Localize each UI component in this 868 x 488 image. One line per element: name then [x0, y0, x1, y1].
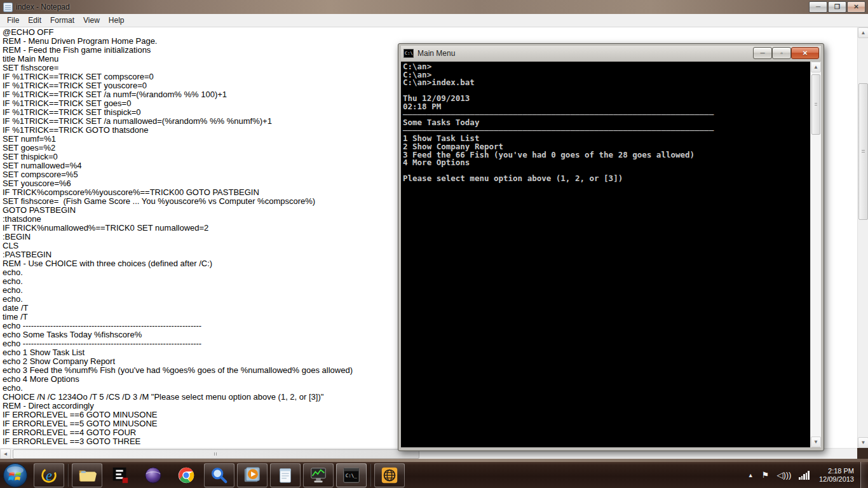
- taskbar-item-resource-monitor[interactable]: [303, 463, 334, 487]
- console-scrollbar[interactable]: ▲ ▼: [810, 62, 821, 447]
- close-button[interactable]: ✕: [847, 1, 865, 13]
- svg-text:C:\_: C:\_: [346, 472, 358, 478]
- cmd-app-icon: C:\: [403, 49, 414, 58]
- console-scroll-up-arrow-icon[interactable]: ▲: [811, 62, 821, 72]
- console-scroll-thumb[interactable]: [811, 74, 820, 135]
- menu-edit[interactable]: Edit: [24, 15, 46, 26]
- scroll-left-arrow-icon[interactable]: ◄: [0, 449, 11, 459]
- taskbar-separator: [67, 464, 69, 487]
- console-output-area[interactable]: C:\an>C:\an>C:\an>index.bat Thu 12/09/20…: [401, 62, 810, 447]
- minimize-button[interactable]: ─: [809, 1, 827, 13]
- text-line: C:\an>index.bat: [403, 79, 810, 87]
- taskbar-item-eclipse[interactable]: [138, 463, 168, 487]
- notepad-app-icon: [3, 3, 13, 12]
- notepad-titlebar[interactable]: index - Notepad ─ ❐ ✕: [0, 0, 868, 14]
- horizontal-scroll-thumb[interactable]: [13, 449, 419, 459]
- text-line: 4 More Options: [403, 159, 810, 167]
- console-titlebar[interactable]: C:\ Main Menu ─ ▫ ✕: [401, 46, 821, 61]
- taskbar-item-command-prompt[interactable]: C:\_: [336, 463, 367, 487]
- taskbar-item-windows-explorer[interactable]: [72, 463, 102, 487]
- text-line: Thu 12/09/2013: [403, 95, 810, 103]
- console-close-button[interactable]: ✕: [791, 47, 819, 59]
- menu-file[interactable]: File: [3, 15, 24, 26]
- text-line: C:\an>: [403, 63, 810, 71]
- scroll-down-arrow-icon[interactable]: ▼: [858, 437, 868, 448]
- taskbar-item-e-black-app[interactable]: [105, 463, 135, 487]
- taskbar-item-globe-app[interactable]: [374, 463, 405, 487]
- taskbar-separator: [370, 464, 371, 487]
- console-scroll-down-arrow-icon[interactable]: ▼: [811, 437, 821, 447]
- svg-text:e: e: [46, 467, 52, 483]
- desktop: index - Notepad ─ ❐ ✕ File Edit Format V…: [0, 0, 868, 488]
- system-tray: ▲ ⚑ ◁))) 2:18 PM 12/09/2013: [743, 462, 868, 488]
- notepad-menubar: File Edit Format View Help: [0, 14, 868, 27]
- action-center-flag-icon[interactable]: ⚑: [762, 470, 770, 480]
- taskbar-item-media-player[interactable]: [237, 463, 268, 487]
- vertical-scroll-thumb[interactable]: [858, 83, 868, 220]
- taskbar-item-internet-explorer[interactable]: e: [34, 463, 64, 487]
- taskbar: e: [0, 462, 868, 488]
- menu-help[interactable]: Help: [104, 15, 129, 26]
- tray-hidden-icons-arrow-icon[interactable]: ▲: [743, 472, 758, 478]
- restore-button[interactable]: ❐: [828, 1, 846, 13]
- volume-speaker-icon[interactable]: ◁))): [776, 470, 791, 480]
- notepad-window-title: index - Notepad: [16, 3, 70, 11]
- console-minimize-button[interactable]: ─: [753, 47, 772, 59]
- notepad-vertical-scrollbar[interactable]: ▲ ▼: [857, 27, 868, 448]
- text-line: Please select menu option above (1, 2, o…: [403, 175, 810, 183]
- taskbar-item-search[interactable]: [204, 463, 234, 487]
- clock-time: 2:18 PM: [819, 467, 854, 475]
- console-window: C:\ Main Menu ─ ▫ ✕ C:\an>C:\an>C:\an>in…: [398, 43, 824, 451]
- scroll-up-arrow-icon[interactable]: ▲: [858, 27, 868, 38]
- text-line: @ECHO OFF: [3, 28, 857, 37]
- clock-date: 12/09/2013: [819, 475, 854, 484]
- taskbar-item-notepad[interactable]: [270, 463, 301, 487]
- show-desktop-button[interactable]: [860, 462, 868, 488]
- menu-view[interactable]: View: [79, 15, 104, 26]
- network-signal-icon[interactable]: [799, 471, 810, 480]
- taskbar-item-chrome[interactable]: [171, 463, 201, 487]
- console-window-title: Main Menu: [417, 49, 455, 58]
- menu-format[interactable]: Format: [46, 15, 79, 26]
- taskbar-clock[interactable]: 2:18 PM 12/09/2013: [819, 467, 854, 484]
- console-maximize-button[interactable]: ▫: [772, 47, 791, 59]
- start-button[interactable]: [2, 463, 29, 488]
